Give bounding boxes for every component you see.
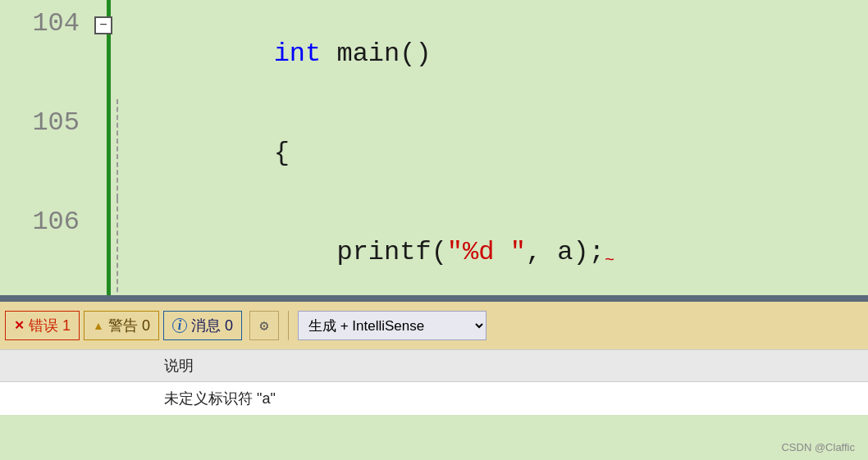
code-content-105: { (139, 99, 290, 198)
error-panel: 说明 未定义标识符 "a" (0, 349, 868, 415)
code-content-104: int main() (139, 0, 432, 99)
code-content-106: printf("%d ", a);~ (139, 198, 614, 295)
tilde-indicator: ~ (605, 251, 614, 270)
line-number-105: 105 (0, 99, 94, 198)
gutter-104: − (94, 0, 139, 99)
fold-indicator-104[interactable]: − (94, 16, 112, 34)
error-panel-header: 说明 (0, 350, 868, 382)
filter-dropdown[interactable]: 生成 + IntelliSense 仅生成 IntelliSense (298, 311, 487, 340)
line-number-104: 104 (0, 0, 94, 99)
filter-button[interactable]: ⚙ (249, 311, 279, 340)
token-brace-open: { (274, 138, 290, 168)
line-number-106: 106 (0, 198, 94, 295)
error-badge[interactable]: ✕ 错误 1 (5, 311, 80, 340)
code-line-104: 104 − int main() (0, 0, 868, 99)
gutter-105 (94, 99, 139, 198)
code-line-105: 105 { (0, 99, 868, 198)
filter-icon: ⚙ (259, 317, 268, 335)
info-label: 消息 0 (191, 316, 233, 335)
separator (288, 311, 289, 340)
token-int: int (274, 39, 322, 69)
token-format-string: "%d " (447, 237, 526, 267)
token-main: main() (321, 39, 431, 69)
divider (0, 295, 868, 302)
warning-label: 警告 0 (108, 316, 150, 335)
info-badge[interactable]: i 消息 0 (163, 311, 242, 340)
warning-badge[interactable]: ▲ 警告 0 (84, 311, 159, 340)
gutter-106 (94, 198, 139, 295)
status-bar: ✕ 错误 1 ▲ 警告 0 i 消息 0 ⚙ 生成 + IntelliSense… (0, 302, 868, 349)
code-editor: 104 − int main() 105 { 106 (0, 0, 868, 295)
error-icon: ✕ (14, 318, 25, 333)
code-line-106: 106 printf("%d ", a);~ (0, 198, 868, 295)
warning-icon: ▲ (93, 319, 104, 332)
token-comma-a: , a);~ (526, 237, 614, 267)
error-label: 错误 1 (29, 316, 71, 335)
error-row-0: 未定义标识符 "a" (0, 382, 868, 415)
watermark: CSDN @Claffic (781, 441, 855, 453)
info-icon: i (172, 318, 187, 333)
token-printf: printf( (274, 237, 447, 267)
